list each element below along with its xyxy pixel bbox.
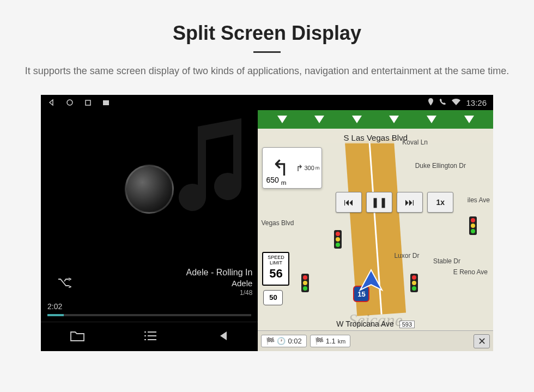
turn-sign: ↰ ↱300m 650 m — [262, 147, 322, 189]
poi-label: iles Ave — [468, 196, 490, 204]
progress-bar[interactable] — [47, 314, 251, 316]
back-triangle-icon[interactable] — [47, 99, 55, 106]
traffic-light-icon — [334, 230, 342, 249]
progress-row: 2:02 — [41, 300, 258, 322]
shuffle-icon[interactable] — [57, 277, 71, 290]
speed-limit-sign: SPEED LIMIT 56 — [262, 252, 289, 286]
pause-button[interactable]: ❚❚ — [366, 192, 392, 213]
wifi-icon — [452, 99, 460, 107]
poi-label: Luxor Dr — [394, 252, 419, 260]
speed-button[interactable]: 1x — [427, 192, 453, 213]
traffic-light-icon — [410, 274, 418, 292]
location-pin-icon — [428, 98, 434, 107]
svg-point-0 — [67, 100, 72, 105]
previous-icon[interactable] — [216, 330, 229, 344]
music-note-icon — [165, 116, 258, 221]
traffic-light-icon — [301, 274, 309, 292]
svg-rect-2 — [103, 100, 109, 105]
lane-arrow-icon — [352, 116, 362, 123]
track-count: 1/48 — [74, 289, 252, 297]
page-subtitle: It supports the same screen display of t… — [22, 64, 512, 79]
clock-time: 13:26 — [466, 98, 487, 107]
turn-distance: 650 — [266, 176, 278, 184]
lane-arrow-icon — [464, 116, 474, 123]
progress-fill — [47, 314, 64, 316]
music-pane: Adele - Rolling In Adele 1/48 2:02 — [41, 110, 258, 351]
turn-next-icon: ↱300m — [296, 163, 319, 173]
playlist-icon[interactable] — [143, 330, 157, 343]
distance-chip[interactable]: 🏁 1.1km — [310, 335, 351, 347]
lane-guidance-bar — [258, 110, 493, 129]
album-area — [41, 110, 258, 268]
phone-icon — [439, 98, 446, 107]
traffic-light-icon — [469, 216, 477, 235]
route-badge: 50 — [263, 290, 283, 305]
circle-icon[interactable] — [66, 99, 74, 106]
statusbar-right: 13:26 — [428, 98, 487, 107]
clock-icon: 🕐 — [277, 337, 286, 345]
svg-rect-1 — [86, 100, 90, 105]
folder-icon[interactable] — [70, 330, 85, 344]
elapsed-time: 2:02 — [47, 302, 62, 311]
close-button[interactable]: ✕ — [474, 334, 490, 348]
track-artist: Adele — [74, 279, 252, 288]
skip-back-button[interactable]: ⏮ — [336, 192, 362, 213]
flag-icon: 🏁 — [315, 337, 324, 345]
nav-bottom-bar: 🏁 🕐 0:02 🏁 1.1km ✕ — [258, 330, 493, 351]
track-title: Adele - Rolling In — [74, 268, 252, 278]
playback-controls: ⏮ ❚❚ ⏭ 1x — [329, 192, 460, 213]
split-container: Adele - Rolling In Adele 1/48 2:02 — [41, 110, 493, 351]
poi-label: Koval Ln — [402, 138, 428, 146]
navigation-pane: S Las Vegas Blvd ↰ ↱300m 650 m ⏮ ❚❚ ⏭ 1x… — [258, 110, 493, 351]
poi-label: Vegas Blvd — [261, 219, 294, 227]
watermark: Seicane — [348, 310, 403, 330]
eta-chip[interactable]: 🏁 🕐 0:02 — [261, 335, 306, 347]
lane-arrow-icon — [277, 116, 287, 123]
statusbar-left — [47, 99, 110, 106]
picture-icon[interactable] — [102, 99, 110, 106]
skip-forward-button[interactable]: ⏭ — [397, 192, 423, 213]
vehicle-arrow-icon — [357, 267, 385, 297]
lane-arrow-icon — [314, 116, 324, 123]
flag-icon: 🏁 — [266, 337, 275, 345]
poi-label: Stable Dr — [433, 257, 460, 265]
street-top-label: S Las Vegas Blvd — [258, 132, 493, 143]
poi-label: E Reno Ave — [453, 268, 488, 276]
page-title: Split Screen Display — [0, 22, 534, 45]
lane-arrow-icon — [427, 116, 436, 123]
square-icon[interactable] — [84, 99, 92, 106]
lane-arrow-icon — [389, 116, 399, 123]
poi-label: Duke Ellington Dr — [415, 162, 466, 170]
title-underline — [253, 51, 281, 53]
status-bar: 13:26 — [41, 95, 493, 110]
music-bottom-bar — [41, 322, 258, 351]
track-info: Adele - Rolling In Adele 1/48 — [41, 268, 258, 300]
device-frame: 13:26 Adele - Rolling In Adele 1/48 2:02 — [41, 95, 493, 351]
